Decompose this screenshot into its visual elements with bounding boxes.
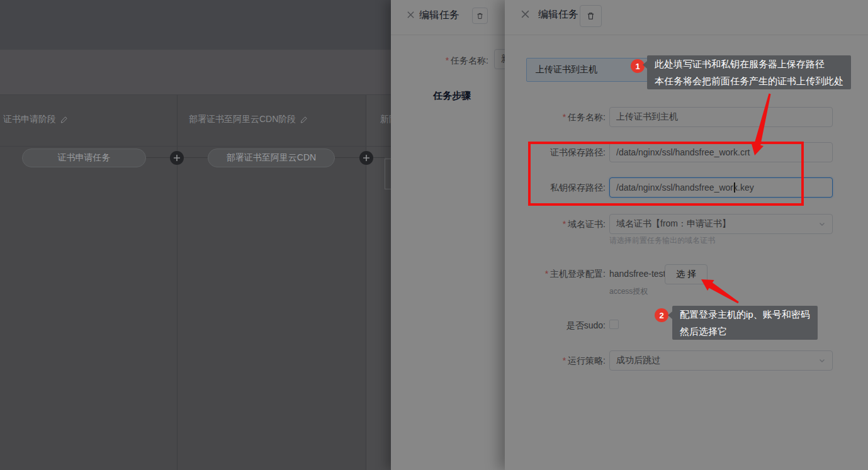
annotation-tooltip-2: 配置登录主机的ip、账号和密码 然后选择它 bbox=[672, 306, 818, 340]
edit-pencil-icon[interactable] bbox=[60, 116, 68, 123]
connector-line bbox=[184, 157, 208, 158]
tooltip-line: 此处填写证书和私钥在服务器上保存路径 bbox=[655, 55, 843, 72]
stage-title: 证书申请阶段 bbox=[3, 114, 56, 125]
add-stage-button-1[interactable] bbox=[170, 151, 184, 165]
stage-column-3-bg bbox=[366, 95, 391, 470]
stage-header-1: 证书申请阶段 bbox=[3, 114, 68, 125]
stage-header-divider bbox=[0, 146, 391, 147]
connector-line bbox=[145, 157, 170, 158]
annotation-tooltip-1: 此处填写证书和私钥在服务器上保存路径 本任务将会把前面任务产生的证书上传到此处 bbox=[647, 55, 851, 89]
app-root: 证书申请阶段 部署证书至阿里云CDN阶段 新阶段 证书申请任务 部署证书至阿里云… bbox=[0, 0, 868, 470]
task-pill-deploy-cdn[interactable]: 部署证书至阿里云CDN bbox=[208, 148, 335, 167]
tooltip-arrow bbox=[643, 61, 647, 69]
tooltip-arrow bbox=[668, 311, 672, 319]
edit-pencil-icon[interactable] bbox=[300, 116, 308, 123]
task-pill-label: 证书申请任务 bbox=[58, 152, 111, 164]
plus-icon bbox=[173, 154, 181, 162]
tooltip-line: 配置登录主机的ip、账号和密码 bbox=[680, 306, 810, 323]
annotation-badge-2: 2 bbox=[655, 308, 668, 322]
connector-line bbox=[334, 157, 359, 158]
stage-header-2: 部署证书至阿里云CDN阶段 bbox=[189, 114, 308, 125]
task-pill-label: 部署证书至阿里云CDN bbox=[227, 152, 316, 164]
tooltip-line: 然后选择它 bbox=[680, 323, 810, 340]
canvas-top-band bbox=[0, 0, 391, 50]
tooltip-line: 本任务将会把前面任务产生的证书上传到此处 bbox=[655, 72, 843, 89]
task-pill-cert-request[interactable]: 证书申请任务 bbox=[22, 148, 146, 167]
connector-line bbox=[373, 157, 385, 158]
add-stage-button-2[interactable] bbox=[359, 151, 373, 165]
stage-title: 部署证书至阿里云CDN阶段 bbox=[189, 114, 296, 125]
canvas-toolbar-band bbox=[0, 50, 391, 95]
plus-icon bbox=[363, 154, 370, 162]
